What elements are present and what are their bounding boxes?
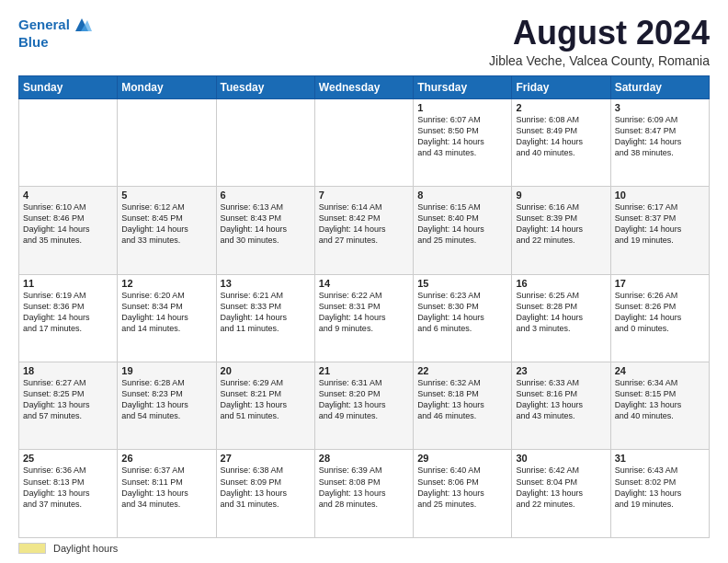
day-number: 9: [516, 190, 606, 201]
page: General Blue August 2024 Jiblea Veche, V…: [0, 0, 728, 563]
day-info: Sunrise: 6:15 AM Sunset: 8:40 PM Dayligh…: [417, 201, 507, 247]
calendar-cell: 10Sunrise: 6:17 AM Sunset: 8:37 PM Dayli…: [610, 187, 709, 274]
day-number: 25: [23, 453, 113, 464]
day-info: Sunrise: 6:13 AM Sunset: 8:43 PM Dayligh…: [221, 201, 311, 247]
calendar-cell: 5Sunrise: 6:12 AM Sunset: 8:45 PM Daylig…: [118, 187, 216, 274]
day-number: 10: [615, 190, 705, 201]
day-number: 21: [319, 365, 409, 376]
calendar-cell: 30Sunrise: 6:42 AM Sunset: 8:04 PM Dayli…: [512, 450, 610, 538]
calendar-cell: 29Sunrise: 6:40 AM Sunset: 8:06 PM Dayli…: [414, 450, 512, 538]
calendar-cell: 14Sunrise: 6:22 AM Sunset: 8:31 PM Dayli…: [314, 274, 413, 362]
day-number: 28: [319, 453, 409, 464]
calendar-cell: 26Sunrise: 6:37 AM Sunset: 8:11 PM Dayli…: [118, 450, 216, 538]
day-info: Sunrise: 6:25 AM Sunset: 8:28 PM Dayligh…: [516, 290, 606, 335]
calendar-cell: 23Sunrise: 6:33 AM Sunset: 8:16 PM Dayli…: [512, 362, 610, 450]
calendar-week-row: 11Sunrise: 6:19 AM Sunset: 8:36 PM Dayli…: [19, 274, 710, 362]
day-info: Sunrise: 6:22 AM Sunset: 8:31 PM Dayligh…: [319, 290, 409, 335]
day-number: 22: [417, 365, 507, 376]
calendar-cell: [19, 98, 118, 186]
calendar-header-monday: Monday: [118, 75, 216, 98]
day-info: Sunrise: 6:20 AM Sunset: 8:34 PM Dayligh…: [121, 290, 211, 335]
day-info: Sunrise: 6:33 AM Sunset: 8:16 PM Dayligh…: [516, 377, 606, 422]
calendar-cell: 22Sunrise: 6:32 AM Sunset: 8:18 PM Dayli…: [414, 362, 512, 450]
day-info: Sunrise: 6:37 AM Sunset: 8:11 PM Dayligh…: [121, 465, 211, 510]
day-number: 31: [615, 453, 705, 464]
calendar-header-saturday: Saturday: [610, 75, 709, 98]
footer: Daylight hours: [18, 543, 710, 554]
calendar-week-row: 25Sunrise: 6:36 AM Sunset: 8:13 PM Dayli…: [19, 450, 710, 538]
calendar-cell: 16Sunrise: 6:25 AM Sunset: 8:28 PM Dayli…: [512, 274, 610, 362]
day-info: Sunrise: 6:42 AM Sunset: 8:04 PM Dayligh…: [516, 465, 606, 510]
calendar-cell: 20Sunrise: 6:29 AM Sunset: 8:21 PM Dayli…: [216, 362, 314, 450]
logo-text-blue: Blue: [18, 35, 92, 51]
day-info: Sunrise: 6:17 AM Sunset: 8:37 PM Dayligh…: [615, 201, 705, 247]
day-number: 6: [221, 190, 311, 201]
calendar-cell: 19Sunrise: 6:28 AM Sunset: 8:23 PM Dayli…: [118, 362, 216, 450]
day-number: 3: [615, 102, 705, 113]
day-info: Sunrise: 6:40 AM Sunset: 8:06 PM Dayligh…: [417, 465, 507, 510]
day-info: Sunrise: 6:36 AM Sunset: 8:13 PM Dayligh…: [23, 465, 113, 510]
day-number: 7: [319, 190, 409, 201]
day-number: 26: [121, 453, 211, 464]
day-info: Sunrise: 6:09 AM Sunset: 8:47 PM Dayligh…: [615, 114, 705, 159]
day-info: Sunrise: 6:23 AM Sunset: 8:30 PM Dayligh…: [417, 290, 507, 335]
calendar-cell: 12Sunrise: 6:20 AM Sunset: 8:34 PM Dayli…: [118, 274, 216, 362]
header: General Blue August 2024 Jiblea Veche, V…: [18, 15, 710, 68]
day-number: 24: [615, 365, 705, 376]
daylight-label: Daylight hours: [53, 543, 118, 554]
calendar-header-tuesday: Tuesday: [216, 75, 314, 98]
day-info: Sunrise: 6:16 AM Sunset: 8:39 PM Dayligh…: [516, 201, 606, 247]
day-info: Sunrise: 6:28 AM Sunset: 8:23 PM Dayligh…: [121, 377, 211, 422]
day-info: Sunrise: 6:39 AM Sunset: 8:08 PM Dayligh…: [319, 465, 409, 510]
calendar-header-thursday: Thursday: [414, 75, 512, 98]
calendar-cell: 7Sunrise: 6:14 AM Sunset: 8:42 PM Daylig…: [314, 187, 413, 274]
calendar-cell: [314, 98, 413, 186]
day-info: Sunrise: 6:29 AM Sunset: 8:21 PM Dayligh…: [221, 377, 311, 422]
day-number: 12: [121, 278, 211, 289]
calendar-cell: 24Sunrise: 6:34 AM Sunset: 8:15 PM Dayli…: [610, 362, 709, 450]
calendar-cell: 28Sunrise: 6:39 AM Sunset: 8:08 PM Dayli…: [314, 450, 413, 538]
logo-icon: [72, 15, 92, 35]
logo: General Blue: [18, 15, 92, 51]
calendar-cell: 2Sunrise: 6:08 AM Sunset: 8:49 PM Daylig…: [512, 98, 610, 186]
day-info: Sunrise: 6:07 AM Sunset: 8:50 PM Dayligh…: [417, 114, 507, 159]
day-info: Sunrise: 6:34 AM Sunset: 8:15 PM Dayligh…: [615, 377, 705, 422]
day-info: Sunrise: 6:38 AM Sunset: 8:09 PM Dayligh…: [221, 465, 311, 510]
calendar-cell: 8Sunrise: 6:15 AM Sunset: 8:40 PM Daylig…: [414, 187, 512, 274]
calendar-cell: 25Sunrise: 6:36 AM Sunset: 8:13 PM Dayli…: [19, 450, 118, 538]
calendar-cell: 17Sunrise: 6:26 AM Sunset: 8:26 PM Dayli…: [610, 274, 709, 362]
calendar-cell: 1Sunrise: 6:07 AM Sunset: 8:50 PM Daylig…: [414, 98, 512, 186]
day-number: 11: [23, 278, 113, 289]
calendar-header-row: SundayMondayTuesdayWednesdayThursdayFrid…: [19, 75, 710, 98]
day-number: 14: [319, 278, 409, 289]
day-number: 13: [221, 278, 311, 289]
calendar-header-friday: Friday: [512, 75, 610, 98]
day-number: 15: [417, 278, 507, 289]
day-number: 4: [23, 190, 113, 201]
calendar-cell: [118, 98, 216, 186]
day-info: Sunrise: 6:12 AM Sunset: 8:45 PM Dayligh…: [121, 201, 211, 247]
day-number: 5: [121, 190, 211, 201]
day-info: Sunrise: 6:43 AM Sunset: 8:02 PM Dayligh…: [615, 465, 705, 510]
day-number: 17: [615, 278, 705, 289]
day-number: 23: [516, 365, 606, 376]
calendar-cell: 18Sunrise: 6:27 AM Sunset: 8:25 PM Dayli…: [19, 362, 118, 450]
day-number: 16: [516, 278, 606, 289]
day-number: 8: [417, 190, 507, 201]
day-number: 27: [221, 453, 311, 464]
calendar-header-wednesday: Wednesday: [314, 75, 413, 98]
calendar-week-row: 4Sunrise: 6:10 AM Sunset: 8:46 PM Daylig…: [19, 187, 710, 274]
day-info: Sunrise: 6:10 AM Sunset: 8:46 PM Dayligh…: [23, 201, 113, 247]
day-info: Sunrise: 6:31 AM Sunset: 8:20 PM Dayligh…: [319, 377, 409, 422]
calendar-cell: 21Sunrise: 6:31 AM Sunset: 8:20 PM Dayli…: [314, 362, 413, 450]
calendar-week-row: 1Sunrise: 6:07 AM Sunset: 8:50 PM Daylig…: [19, 98, 710, 186]
day-number: 20: [221, 365, 311, 376]
day-number: 18: [23, 365, 113, 376]
day-number: 30: [516, 453, 606, 464]
calendar-cell: 4Sunrise: 6:10 AM Sunset: 8:46 PM Daylig…: [19, 187, 118, 274]
day-info: Sunrise: 6:21 AM Sunset: 8:33 PM Dayligh…: [221, 290, 311, 335]
calendar-cell: 9Sunrise: 6:16 AM Sunset: 8:39 PM Daylig…: [512, 187, 610, 274]
day-info: Sunrise: 6:19 AM Sunset: 8:36 PM Dayligh…: [23, 290, 113, 335]
day-info: Sunrise: 6:26 AM Sunset: 8:26 PM Dayligh…: [615, 290, 705, 335]
day-info: Sunrise: 6:32 AM Sunset: 8:18 PM Dayligh…: [417, 377, 507, 422]
